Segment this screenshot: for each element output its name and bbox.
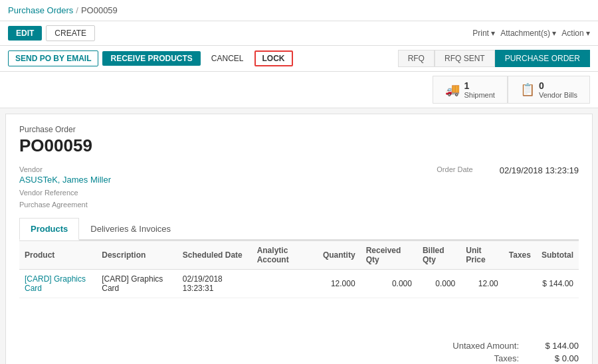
send-email-button[interactable]: SEND PO BY EMAIL bbox=[8, 50, 98, 66]
tabs: Products Deliveries & Invoices bbox=[19, 218, 579, 240]
attachments-label: Attachment(s) bbox=[500, 29, 550, 38]
table-header-row: Product Description Scheduled Date Analy… bbox=[19, 241, 579, 270]
col-billed-qty: Billed Qty bbox=[417, 241, 460, 270]
totals-section: Untaxed Amount: $ 144.00 Taxes: $ 0.00 T… bbox=[6, 331, 592, 364]
taxes-row: Taxes: $ 0.00 bbox=[393, 352, 579, 364]
vendor-value[interactable]: ASUSTeK, James Miller bbox=[19, 175, 111, 185]
truck-icon: 🚚 bbox=[445, 82, 460, 97]
status-purchase-order[interactable]: PURCHASE ORDER bbox=[495, 50, 590, 67]
col-quantity: Quantity bbox=[318, 241, 361, 270]
vendor-group: Vendor ASUSTeK, James Miller Vendor Refe… bbox=[19, 165, 111, 209]
order-date-label: Order Date bbox=[437, 165, 472, 175]
cell-analytic-account bbox=[252, 270, 318, 298]
document-number: PO00059 bbox=[19, 136, 579, 156]
print-dropdown[interactable]: Print ▾ bbox=[472, 29, 495, 38]
status-rfq-sent[interactable]: RFQ SENT bbox=[435, 50, 495, 67]
bill-icon: 📋 bbox=[520, 82, 535, 97]
cell-received-qty: 0.000 bbox=[361, 270, 417, 298]
create-button[interactable]: CREATE bbox=[46, 25, 95, 41]
cell-billed-qty: 0.000 bbox=[417, 270, 460, 298]
untaxed-value: $ 144.00 bbox=[519, 341, 579, 351]
action-label: Action bbox=[561, 29, 583, 38]
totals-table: Untaxed Amount: $ 144.00 Taxes: $ 0.00 T… bbox=[393, 339, 579, 364]
col-description: Description bbox=[96, 241, 177, 270]
fields-row: Vendor ASUSTeK, James Miller Vendor Refe… bbox=[19, 165, 579, 209]
document-type: Purchase Order bbox=[19, 125, 579, 134]
shipment-label: Shipment bbox=[464, 91, 494, 99]
cancel-button[interactable]: CANCEL bbox=[205, 51, 250, 66]
col-analytic-account: Analytic Account bbox=[252, 241, 318, 270]
col-product: Product bbox=[19, 241, 96, 270]
cell-unit-price: 12.00 bbox=[460, 270, 504, 298]
table-row: [CARD] Graphics Card [CARD] Graphics Car… bbox=[19, 270, 579, 298]
vendor-bills-label: Vendor Bills bbox=[539, 91, 577, 99]
order-table: Product Description Scheduled Date Analy… bbox=[19, 240, 579, 298]
col-subtotal: Subtotal bbox=[536, 241, 579, 270]
shipment-info: 1 Shipment bbox=[464, 80, 494, 99]
tab-products[interactable]: Products bbox=[19, 218, 79, 240]
col-unit-price: Unit Price bbox=[460, 241, 504, 270]
breadcrumb-bar: Purchase Orders / PO00059 bbox=[0, 0, 598, 21]
col-received-qty: Received Qty bbox=[361, 241, 417, 270]
purchase-agreement-label: Purchase Agreement bbox=[19, 201, 111, 209]
taxes-value: $ 0.00 bbox=[519, 353, 579, 363]
cell-taxes bbox=[504, 270, 536, 298]
vendor-ref-label: Vendor Reference bbox=[19, 189, 111, 197]
order-date-group: Order Date 02/19/2018 13:23:19 bbox=[437, 165, 579, 209]
vendor-label: Vendor bbox=[19, 165, 111, 173]
cell-product: [CARD] Graphics Card bbox=[19, 270, 96, 298]
info-bar: 🚚 1 Shipment 📋 0 Vendor Bills bbox=[0, 72, 598, 108]
empty-rows bbox=[19, 298, 579, 325]
tab-deliveries-invoices[interactable]: Deliveries & Invoices bbox=[79, 218, 182, 240]
cell-description: [CARD] Graphics Card bbox=[96, 270, 177, 298]
action-dropdown[interactable]: Action ▾ bbox=[561, 29, 590, 38]
vendor-bills-count: 0 bbox=[539, 80, 577, 91]
cell-subtotal: $ 144.00 bbox=[536, 270, 579, 298]
order-date-value: 02/19/2018 13:23:19 bbox=[500, 165, 579, 175]
breadcrumb-current: PO00059 bbox=[81, 5, 118, 15]
lock-button[interactable]: LOCK bbox=[254, 50, 293, 66]
main-content: Purchase Order PO00059 Vendor ASUSTeK, J… bbox=[6, 114, 592, 331]
edit-button[interactable]: EDIT bbox=[8, 26, 42, 41]
action-bar: EDIT CREATE Print ▾ Attachment(s) ▾ Acti… bbox=[0, 21, 598, 46]
vendor-bills-info: 0 Vendor Bills bbox=[539, 80, 577, 99]
cell-quantity: 12.000 bbox=[318, 270, 361, 298]
print-label: Print bbox=[472, 29, 489, 38]
taxes-label: Taxes: bbox=[393, 353, 519, 363]
status-buttons: RFQ RFQ SENT PURCHASE ORDER bbox=[398, 50, 590, 67]
untaxed-label: Untaxed Amount: bbox=[393, 341, 519, 351]
product-link[interactable]: [CARD] Graphics Card bbox=[25, 274, 86, 293]
breadcrumb-parent[interactable]: Purchase Orders bbox=[8, 5, 73, 15]
attachments-dropdown[interactable]: Attachment(s) ▾ bbox=[500, 29, 556, 38]
receive-products-button[interactable]: RECEIVE PRODUCTS bbox=[102, 51, 200, 66]
shipment-count: 1 bbox=[464, 80, 494, 91]
untaxed-row: Untaxed Amount: $ 144.00 bbox=[393, 339, 579, 352]
secondary-bar: SEND PO BY EMAIL RECEIVE PRODUCTS CANCEL… bbox=[0, 46, 598, 72]
action-right: Print ▾ Attachment(s) ▾ Action ▾ bbox=[472, 29, 590, 38]
vendor-bills-card[interactable]: 📋 0 Vendor Bills bbox=[508, 76, 590, 104]
cell-scheduled-date: 02/19/2018 13:23:31 bbox=[177, 270, 252, 298]
col-scheduled-date: Scheduled Date bbox=[177, 241, 252, 270]
status-rfq[interactable]: RFQ bbox=[398, 50, 435, 67]
content-card: Purchase Order PO00059 Vendor ASUSTeK, J… bbox=[5, 114, 593, 364]
breadcrumb-separator: / bbox=[76, 5, 78, 15]
col-taxes: Taxes bbox=[504, 241, 536, 270]
shipment-card[interactable]: 🚚 1 Shipment bbox=[433, 76, 507, 104]
